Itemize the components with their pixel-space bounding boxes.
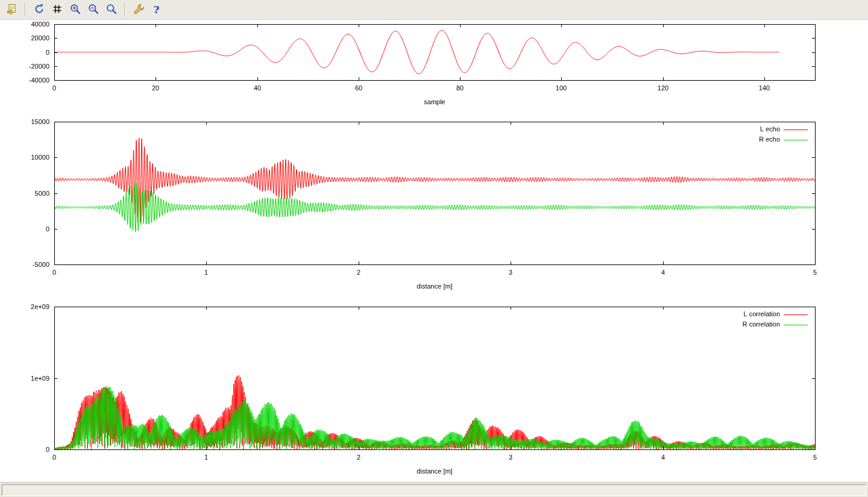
zoom-out-button[interactable] [85, 2, 101, 18]
copy-button[interactable] [4, 2, 20, 18]
zoom-in-button[interactable] [67, 2, 83, 18]
settings-button[interactable] [130, 2, 146, 18]
echo-signals-plot[interactable] [0, 116, 868, 297]
status-message [2, 484, 866, 496]
zoom-reset-button[interactable] [103, 2, 119, 18]
zoom-in-icon [69, 3, 81, 17]
copy-icon [6, 3, 18, 17]
toolbar-separator [25, 3, 26, 16]
toolbar: ? [0, 0, 868, 20]
zoom-reset-icon [105, 3, 118, 17]
plot-area [0, 20, 868, 482]
wrench-icon [133, 3, 145, 17]
help-icon: ? [154, 5, 160, 15]
pulse-waveform-plot[interactable] [0, 20, 868, 116]
zoom-out-icon [87, 3, 99, 17]
status-bar [0, 482, 868, 497]
help-button[interactable]: ? [148, 2, 165, 18]
grid-icon [51, 3, 63, 17]
toolbar-separator [124, 3, 125, 16]
correlation-plot[interactable] [0, 297, 868, 482]
refresh-button[interactable] [31, 2, 47, 18]
refresh-icon [33, 3, 45, 17]
grid-button[interactable] [49, 2, 65, 18]
